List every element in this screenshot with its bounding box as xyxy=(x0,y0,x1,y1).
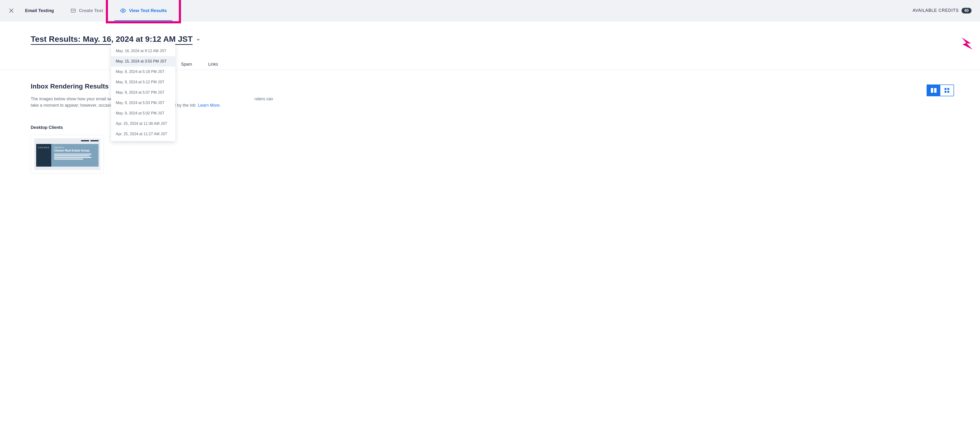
svg-rect-9 xyxy=(947,91,949,93)
subtab-spam[interactable]: Spam xyxy=(178,59,196,70)
dropdown-item[interactable]: May. 9, 2024 at 5:02 PM JST xyxy=(111,108,175,119)
main-content: Test Results: May. 16, 2024 at 9:12 AM J… xyxy=(0,21,980,183)
tab-view-results[interactable]: View Test Results xyxy=(111,0,175,21)
preview-welcome: Welcome to xyxy=(54,146,96,149)
subtab-links[interactable]: Links xyxy=(205,59,221,70)
test-run-dropdown[interactable]: May. 16, 2024 at 9:12 AM JSTMay. 15, 202… xyxy=(111,44,175,141)
svg-rect-5 xyxy=(934,88,937,93)
learn-more-link[interactable]: Learn More. xyxy=(198,103,221,108)
close-icon xyxy=(8,8,14,14)
render-preview-thumbnail: CHAVEZ Welcome to Chavez Real Estate Gro… xyxy=(34,138,100,170)
credits-value-badge: 60 xyxy=(962,8,972,13)
mail-icon xyxy=(70,8,76,13)
dropdown-item[interactable]: May. 9, 2024 at 5:18 PM JST xyxy=(111,67,175,77)
svg-point-3 xyxy=(123,10,124,11)
view-mode-grid[interactable] xyxy=(940,85,953,96)
tab-view-label: View Test Results xyxy=(129,8,167,13)
preview-headline: Chavez Real Estate Group xyxy=(54,149,96,152)
dropdown-item[interactable]: May. 9, 2024 at 5:07 PM JST xyxy=(111,87,175,98)
svg-rect-7 xyxy=(947,88,949,90)
title-dropdown-trigger[interactable]: Test Results: May. 16, 2024 at 9:12 AM J… xyxy=(31,35,964,45)
chevron-down-icon xyxy=(195,36,202,43)
view-mode-toggle xyxy=(927,84,954,96)
preview-brand: CHAVEZ xyxy=(36,144,51,166)
brand-title: Email Testing xyxy=(23,0,62,21)
svg-rect-8 xyxy=(945,91,947,93)
eye-icon xyxy=(120,8,126,14)
svg-rect-6 xyxy=(945,88,947,90)
view-mode-columns[interactable] xyxy=(927,85,940,96)
render-preview-card[interactable]: CHAVEZ Welcome to Chavez Real Estate Gro… xyxy=(31,135,104,173)
tab-create-test[interactable]: Create Test xyxy=(62,0,111,21)
dropdown-item[interactable]: Apr. 25, 2024 at 11:36 AM JST xyxy=(111,119,175,129)
page-title: Test Results: May. 16, 2024 at 9:12 AM J… xyxy=(31,35,192,45)
dropdown-item[interactable]: May. 9, 2024 at 5:03 PM JST xyxy=(111,98,175,108)
dropdown-item[interactable]: May. 15, 2024 at 3:55 PM JST xyxy=(111,56,175,67)
tab-create-label: Create Test xyxy=(79,8,103,13)
close-button[interactable] xyxy=(0,0,23,21)
available-credits: AVAILABLE CREDITS 60 xyxy=(908,0,976,21)
header-tabs: Create Test View Test Results xyxy=(62,0,175,21)
header-bar: Email Testing Create Test View Test Resu… xyxy=(0,0,980,21)
grid-icon xyxy=(944,87,950,93)
credits-label: AVAILABLE CREDITS xyxy=(913,8,959,13)
svg-rect-4 xyxy=(931,88,933,93)
dropdown-item[interactable]: Apr. 25, 2024 at 11:27 AM JST xyxy=(111,129,175,139)
dropdown-item[interactable]: May. 16, 2024 at 9:12 AM JST xyxy=(111,46,175,56)
dropdown-item[interactable]: May. 9, 2024 at 5:12 PM JST xyxy=(111,77,175,87)
columns-icon xyxy=(931,87,937,93)
